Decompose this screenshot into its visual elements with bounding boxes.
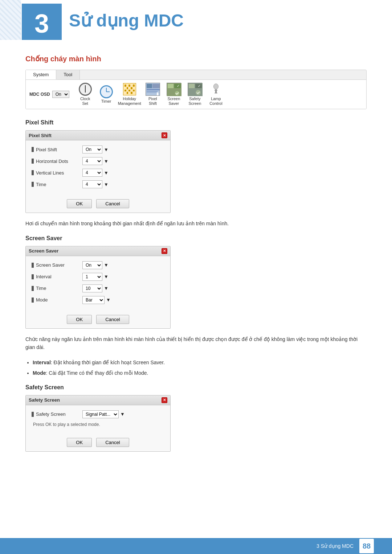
screen-saver-icon: [166, 83, 181, 96]
safety-screen-close-btn[interactable]: ✕: [162, 397, 167, 403]
pixel-shift-title: Pixel Shift: [29, 133, 52, 138]
safety-screen-ok-btn[interactable]: OK: [67, 438, 92, 447]
section-heading: Chống cháy màn hình: [25, 54, 367, 63]
time-label: Time: [32, 182, 82, 187]
ss-mode-select[interactable]: BarScrollFade: [82, 296, 105, 304]
timer-icon-shape: [100, 85, 113, 98]
safety-svg: [188, 83, 203, 96]
pixel-shift-heading: Pixel Shift: [25, 119, 367, 126]
toolbar-icon-lamp-control[interactable]: LampControl: [207, 83, 225, 106]
vertical-lines-label: Vertical Lines: [32, 170, 82, 176]
dialog-row-pixel-shift: Pixel Shift OnOff ▼: [32, 145, 164, 153]
tab-tool[interactable]: Tool: [56, 70, 80, 79]
toolbar-icon-safety-screen[interactable]: SafetyScreen: [185, 83, 204, 106]
svg-rect-1: [147, 84, 152, 88]
svg-rect-18: [215, 93, 217, 93]
bullet-mode: Mode: Cài đặt Time có thể thay đổi cho m…: [33, 369, 367, 377]
toolbar-icon-screen-saver[interactable]: ScreenSaver: [164, 83, 183, 106]
pixel-shift-row-label: Pixel Shift: [32, 147, 82, 152]
row-indicator: [32, 170, 34, 175]
toolbar-icon-pixel-shift[interactable]: ▶ PixelShift: [143, 83, 162, 106]
svg-rect-16: [215, 90, 217, 91]
svg-rect-8: [174, 84, 181, 88]
svg-rect-17: [215, 91, 217, 93]
pixel-shift-cancel-btn[interactable]: Cancel: [96, 199, 129, 208]
ss-screen-saver-label: Screen Saver: [32, 262, 82, 268]
page-title: Sử dụng MDC: [69, 10, 184, 30]
safety-select[interactable]: Signal Patt...ScrollFade: [82, 410, 119, 418]
mode-bold: Mode: [33, 370, 46, 376]
screen-saver-bullets: Interval: Đặt khoảng thời gian để kích h…: [33, 359, 367, 377]
ss-screen-saver-select[interactable]: OnOff: [82, 261, 102, 269]
safety-label: Safety Screen: [32, 411, 82, 417]
holiday-icon: [122, 83, 137, 96]
screen-saver-description: Chức năng này ngăn lưu ảnh trên màn hình…: [25, 335, 367, 352]
page-footer: 3 Sử dụng MDC 88: [0, 538, 392, 554]
svg-rect-3: [147, 89, 160, 90]
horizontal-dropdown-icon: ▼: [104, 159, 109, 164]
ss-row-interval: Interval 12345 ▼: [32, 273, 164, 281]
toolbar-icon-holiday[interactable]: HolidayManagement: [118, 83, 141, 106]
tab-system[interactable]: System: [26, 70, 56, 79]
svg-point-13: [196, 90, 201, 95]
row-indicator: [32, 286, 34, 291]
page-content: Chống cháy màn hình System Tool MDC OSD …: [0, 40, 392, 473]
safety-screen-cancel-btn[interactable]: Cancel: [96, 438, 129, 447]
time-select[interactable]: 41235: [82, 180, 102, 188]
timer-label: Timer: [101, 99, 111, 104]
ss-interval-dropdown-icon: ▼: [104, 274, 109, 279]
screen-saver-cancel-btn[interactable]: Cancel: [96, 315, 129, 324]
ss-time-control: 105152030 ▼: [82, 284, 164, 292]
ss-time-dropdown-icon: ▼: [104, 286, 109, 291]
row-indicator: [32, 274, 34, 279]
clock-set-icon: [78, 83, 93, 96]
screen-saver-title: Screen Saver: [29, 248, 58, 254]
pixel-shift-footer: OK Cancel: [26, 196, 170, 213]
pixel-shift-select[interactable]: OnOff: [82, 145, 102, 153]
safety-screen-footer: OK Cancel: [26, 434, 170, 451]
svg-rect-12: [195, 84, 202, 88]
safety-control: Signal Patt...ScrollFade ▼: [82, 410, 164, 418]
mode-text: : Cài đặt Time có thể thay đổi cho mỗi M…: [46, 370, 148, 376]
screen-saver-icon-shape: [167, 83, 181, 96]
screen-saver-dialog: Screen Saver ✕ Screen Saver OnOff ▼: [25, 246, 171, 329]
mdc-osd-control: MDC OSD On Off: [29, 91, 69, 98]
screen-saver-titlebar: Screen Saver ✕: [26, 246, 170, 256]
pixel-shift-ok-btn[interactable]: OK: [67, 199, 92, 208]
svg-rect-4: [147, 91, 158, 93]
pixel-shift-dialog: Pixel Shift ✕ Pixel Shift OnOff ▼: [25, 130, 171, 213]
mdc-osd-select[interactable]: On Off: [52, 91, 69, 98]
dialog-row-horizontal: Horizontal Dots 41235 ▼: [32, 157, 164, 165]
toolbar-icon-clock-set[interactable]: ClockSet: [76, 83, 95, 106]
holiday-grid-icon: [123, 83, 136, 95]
vertical-lines-select[interactable]: 41235: [82, 169, 102, 177]
svg-text:▶: ▶: [157, 93, 159, 96]
ss-time-label: Time: [32, 286, 82, 291]
lamp-control-icon: [208, 83, 224, 96]
pixel-shift-row-control: OnOff ▼: [82, 145, 164, 153]
screen-saver-close-btn[interactable]: ✕: [162, 248, 167, 254]
footer-text: 3 Sử dụng MDC: [317, 543, 354, 549]
holiday-label: HolidayManagement: [118, 97, 141, 106]
safety-screen-title: Safety Screen: [29, 397, 60, 403]
safety-screen-heading: Safety Screen: [25, 384, 367, 391]
ss-row-screen-saver: Screen Saver OnOff ▼: [32, 261, 164, 269]
ss-mode-control: BarScrollFade ▼: [82, 296, 164, 304]
row-indicator: [32, 159, 34, 164]
ss-interval-select[interactable]: 12345: [82, 273, 102, 281]
vertical-dropdown-icon: ▼: [104, 170, 109, 176]
pixel-svg: ▶: [146, 83, 160, 96]
vertical-lines-control: 41235 ▼: [82, 169, 164, 177]
screen-saver-ok-btn[interactable]: OK: [67, 315, 92, 324]
pixel-shift-close-btn[interactable]: ✕: [162, 132, 167, 138]
ss-mode-dropdown-icon: ▼: [106, 297, 111, 303]
safety-screen-label: SafetyScreen: [188, 97, 201, 106]
ss-time-select[interactable]: 105152030: [82, 284, 102, 292]
screensaver-svg: [167, 83, 181, 96]
screen-saver-heading: Screen Saver: [25, 235, 367, 242]
toolbar-icon-timer[interactable]: Timer: [97, 85, 116, 104]
svg-point-14: [213, 84, 218, 89]
safety-row: Safety Screen Signal Patt...ScrollFade ▼: [32, 410, 164, 418]
horizontal-dots-select[interactable]: 41235: [82, 157, 102, 165]
ss-dropdown-icon: ▼: [104, 262, 109, 268]
